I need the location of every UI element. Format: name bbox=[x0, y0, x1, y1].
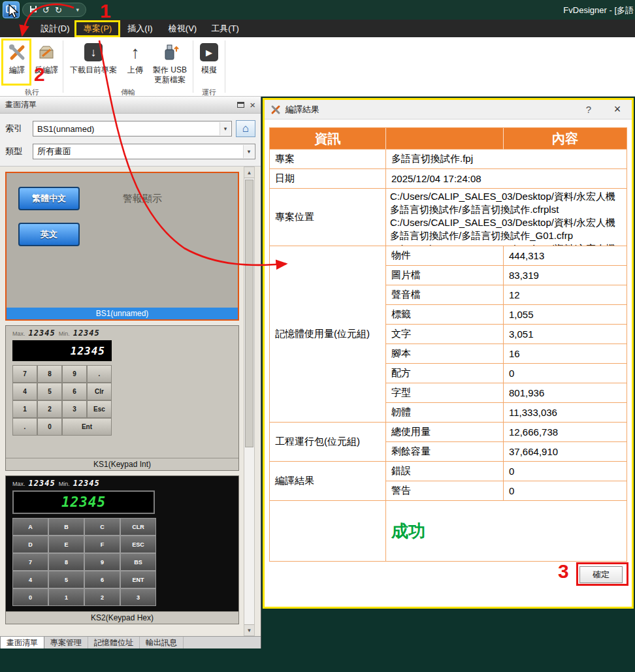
download-project-button[interactable]: ↓ 下載目前專案 bbox=[65, 39, 122, 88]
thumbnail-bs1[interactable]: 繁體中文 英文 警報顯示 BS1(unnamed) bbox=[5, 172, 239, 321]
thumbnail-caption: BS1(unnamed) bbox=[7, 308, 238, 319]
max-value: 12345 bbox=[29, 328, 56, 338]
dialog-close-icon[interactable]: × bbox=[603, 100, 632, 120]
chevron-down-icon[interactable]: ▾ bbox=[243, 145, 254, 158]
stat-value: 16 bbox=[504, 344, 627, 364]
keypad-key: 8 bbox=[48, 553, 84, 571]
keypad-display: 12345 bbox=[12, 340, 112, 361]
stat-value: 83,319 bbox=[504, 266, 627, 285]
compile-label: 編譯 bbox=[9, 65, 25, 75]
redo-icon[interactable]: ↻ bbox=[55, 6, 62, 14]
keypad-key: 6 bbox=[84, 571, 120, 588]
lang-button-traditional: 繁體中文 bbox=[18, 187, 80, 210]
keypad-display: 12345 bbox=[12, 490, 155, 514]
panel-tab[interactable]: 專案管理 bbox=[44, 637, 88, 648]
ks1-preview: Max. 12345 Min. 12345 12345 789.456Clr12… bbox=[6, 326, 238, 458]
simulate-label: 模擬 bbox=[201, 65, 217, 75]
stat-label: 字型 bbox=[386, 383, 504, 403]
panel-tab[interactable]: 畫面清單 bbox=[0, 637, 44, 648]
stat-value: 37,664,910 bbox=[504, 442, 627, 462]
stat-label: 配方 bbox=[386, 364, 504, 383]
simulate-button[interactable]: ▶ 模擬 bbox=[195, 39, 223, 88]
chevron-down-icon[interactable]: ▾ bbox=[220, 122, 231, 135]
stat-label: 物件 bbox=[386, 246, 504, 266]
upload-button[interactable]: ↑ 上傳 bbox=[122, 39, 148, 88]
keypad-key: ESC bbox=[120, 536, 156, 553]
min-value: 12345 bbox=[73, 328, 100, 338]
panel-close-icon[interactable]: × bbox=[250, 100, 255, 110]
scrollbar-thumb[interactable] bbox=[245, 180, 253, 447]
decompile-button[interactable]: 反編譯 bbox=[31, 39, 61, 88]
keypad-key: D bbox=[12, 536, 48, 553]
keypad-key: 9 bbox=[62, 365, 87, 383]
menu-tab[interactable]: 插入(I) bbox=[119, 20, 161, 37]
save-icon[interactable] bbox=[29, 5, 37, 14]
ok-button[interactable]: 確定 bbox=[579, 566, 623, 583]
keypad-key: 9 bbox=[84, 553, 120, 571]
ribbon-group-run: ▶ 模擬 運行 bbox=[195, 37, 223, 96]
home-icon: ⌂ bbox=[242, 122, 249, 135]
keypad-key: A bbox=[12, 518, 48, 536]
type-combobox-value: 所有畫面 bbox=[37, 146, 71, 157]
keypad-key: 7 bbox=[12, 553, 48, 571]
qat-dropdown-icon[interactable]: ▾ bbox=[76, 7, 79, 13]
index-label: 索引 bbox=[5, 123, 29, 135]
min-label: Min. bbox=[59, 330, 70, 337]
table-header-info: 資訊 bbox=[270, 128, 386, 150]
panel-header: 畫面清單 × bbox=[0, 97, 261, 114]
index-combobox-value: BS1(unnamed) bbox=[37, 124, 94, 134]
help-icon[interactable]: ? bbox=[574, 100, 603, 120]
stat-label: 文字 bbox=[386, 325, 504, 344]
dialog-titlebar[interactable]: 編譯結果 ? × bbox=[265, 100, 632, 120]
thumbnail-ks2[interactable]: Max. 12345 Min. 12345 12345 ABCCLRDEFESC… bbox=[5, 475, 239, 624]
scrollbar-track[interactable] bbox=[244, 178, 254, 624]
panel-tab[interactable]: 輸出訊息 bbox=[140, 637, 184, 648]
max-label: Max. bbox=[12, 481, 25, 487]
scrollbar[interactable]: ▲ ▼ bbox=[244, 167, 255, 636]
scroll-up-icon[interactable]: ▲ bbox=[244, 167, 254, 178]
keypad-key: 2 bbox=[84, 588, 120, 606]
keypad-key: . bbox=[12, 418, 37, 436]
thumbnail-caption: KS1(Keypad Int) bbox=[6, 458, 238, 470]
min-label: Min. bbox=[59, 481, 70, 487]
undo-icon[interactable]: ↺ bbox=[42, 6, 50, 14]
window-title: FvDesigner - [多語 bbox=[563, 5, 634, 16]
bs1-preview: 繁體中文 英文 警報顯示 bbox=[7, 173, 238, 308]
keypad-key: 1 bbox=[12, 400, 37, 418]
stat-value: 0 bbox=[504, 481, 627, 501]
ribbon-group-transfer: ↓ 下載目前專案 ↑ 上傳 製作 USB 更新檔案 bbox=[65, 37, 191, 96]
thumbnail-ks1[interactable]: Max. 12345 Min. 12345 12345 789.456Clr12… bbox=[5, 325, 239, 471]
make-usb-button[interactable]: 製作 USB 更新檔案 bbox=[148, 39, 191, 88]
menu-tab[interactable]: 檢視(V) bbox=[161, 20, 204, 37]
stat-value: 12,666,738 bbox=[504, 423, 627, 442]
status-success: 成功 bbox=[386, 501, 627, 561]
keypad-key: ENT bbox=[120, 571, 156, 588]
row-label: 專案位置 bbox=[270, 189, 386, 246]
max-label: Max. bbox=[12, 330, 25, 337]
thumbnail-list: 繁體中文 英文 警報顯示 BS1(unnamed) Max. 12345 Min… bbox=[0, 166, 261, 636]
index-combobox[interactable]: BS1(unnamed) ▾ bbox=[33, 121, 232, 136]
stat-label: 總使用量 bbox=[386, 423, 504, 442]
home-button[interactable]: ⌂ bbox=[236, 120, 255, 137]
keypad-key: 6 bbox=[62, 383, 87, 400]
type-label: 類型 bbox=[5, 146, 29, 157]
row-label: 專案 bbox=[270, 150, 386, 169]
keypad-key: 4 bbox=[12, 571, 48, 588]
panel-tab[interactable]: 記憶體位址 bbox=[88, 637, 140, 648]
type-combobox[interactable]: 所有畫面 ▾ bbox=[33, 144, 255, 159]
menu-tab[interactable]: 工具(T) bbox=[204, 20, 246, 37]
app-icon[interactable] bbox=[3, 1, 20, 18]
panel-bottom-tabs: 畫面清單專案管理記憶體位址輸出訊息 bbox=[0, 636, 261, 648]
menu-tab[interactable]: 專案(P) bbox=[76, 20, 119, 37]
keypad-key: F bbox=[84, 536, 120, 553]
scroll-down-icon[interactable]: ▼ bbox=[244, 624, 254, 635]
decompile-icon bbox=[37, 39, 56, 65]
dialog-body: 資訊內容專案多語言切換試作.fpj日期2025/12/04 17:24:08專案… bbox=[265, 120, 632, 607]
stat-label: 韌體 bbox=[386, 403, 504, 423]
usb-icon bbox=[160, 39, 180, 65]
menu-tab[interactable]: 設計(D) bbox=[34, 20, 76, 37]
ks1-keys: 789.456Clr123Esc.0Ent bbox=[12, 365, 112, 436]
ribbon-group-execute: 編譯 反編譯 執行 bbox=[3, 37, 61, 96]
float-window-icon[interactable] bbox=[237, 102, 244, 108]
compile-button[interactable]: 編譯 bbox=[3, 39, 31, 88]
